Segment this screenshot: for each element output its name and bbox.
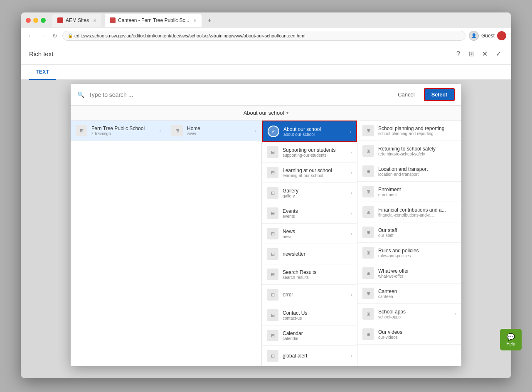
profile-icon[interactable]	[497, 31, 506, 40]
list-item[interactable]: ⊞ Events events ›	[262, 203, 357, 224]
item-icon: ⊞	[362, 247, 374, 259]
item-subtitle: z-trainingp	[91, 131, 155, 136]
item-title: Learning at our school	[283, 168, 347, 173]
list-item[interactable]: ⊞ Contact Us contact-us	[262, 305, 357, 325]
item-text: Location and transport location-and-tran…	[378, 166, 456, 177]
help-icon-button[interactable]: ?	[455, 49, 462, 59]
check-icon: ✓	[496, 50, 501, 57]
item-icon: ⊞	[267, 289, 278, 301]
list-item[interactable]: ⊞ Supporting our students supporting-our…	[262, 142, 357, 163]
tab-canteen[interactable]: Canteen - Fern Tree Public Sc... ✕	[105, 14, 202, 27]
guest-label: Guest	[481, 33, 495, 39]
minimize-traffic-light[interactable]	[33, 18, 38, 23]
new-tab-button[interactable]: +	[205, 17, 214, 24]
item-icon: ⊞	[267, 146, 278, 158]
item-icon: ⊞	[267, 207, 278, 219]
item-arrow-icon: ›	[351, 232, 352, 236]
list-item[interactable]: ⊞ Rules and policies rules-and-policies	[357, 243, 461, 263]
tab-text[interactable]: TEXT	[29, 65, 56, 80]
item-subtitle: school-planning-and-reporting	[378, 131, 456, 136]
list-item[interactable]: ⊞ error ›	[262, 285, 357, 305]
list-item[interactable]: ⊞ newsletter	[262, 244, 357, 264]
item-text: Events events	[283, 208, 347, 219]
right-panel: ⊞ School planning and reporting school-p…	[357, 121, 461, 366]
list-item[interactable]: ⊞ global-alert ›	[262, 346, 357, 366]
item-title: error	[283, 292, 347, 298]
item-text: Returning to school safely returning-to-…	[378, 146, 456, 156]
list-item[interactable]: ⊞ School apps school-apps ›	[357, 304, 461, 324]
list-item[interactable]: ⊞ Calendar calendar	[262, 325, 357, 346]
help-chat-icon: 💬	[507, 333, 515, 341]
breadcrumb-chevron-icon: ▾	[286, 111, 288, 115]
list-item[interactable]: ✓ About our school about-our-school ›	[262, 121, 357, 142]
item-text: Canteen canteen	[378, 288, 456, 299]
item-title: School apps	[378, 309, 451, 315]
url-bar[interactable]: 🔒 edit.sws.schools.nsw.gov.au/editor.htm…	[62, 31, 466, 41]
item-title: Our staff	[378, 227, 456, 233]
item-icon: ⊞	[267, 228, 278, 239]
close-traffic-light[interactable]	[26, 18, 31, 23]
columns-container: ⊞ Fern Tree Public School z-trainingp ›	[71, 121, 461, 366]
tab-canteen-close[interactable]: ✕	[193, 18, 197, 23]
list-item[interactable]: ⊞ Enrolment enrolment	[357, 182, 461, 202]
tab-aem-sites[interactable]: AEM Sites ✕	[52, 14, 101, 27]
list-item[interactable]: ⊞ Our staff our-staff	[357, 222, 461, 243]
item-arrow-icon: ›	[160, 128, 161, 133]
header-icons: ? ⊞ ✕ ✓	[455, 48, 503, 59]
item-text: error	[283, 292, 347, 298]
item-title: Enrolment	[378, 187, 456, 192]
list-item[interactable]: ⊞ Learning at our school learning-at-our…	[262, 163, 357, 183]
forward-button[interactable]: →	[38, 32, 47, 40]
list-item[interactable]: ⊞ Financial contributions and a... finan…	[357, 202, 461, 222]
breadcrumb-label: About our school	[244, 110, 284, 116]
item-subtitle: what-we-offer	[378, 274, 456, 279]
help-button[interactable]: 💬 Help	[500, 329, 522, 350]
image-icon-button[interactable]: ⊞	[467, 48, 475, 59]
reload-button[interactable]: ↻	[51, 32, 59, 40]
guest-area: 👤 Guest	[469, 31, 506, 41]
list-item[interactable]: ⊞ Gallery gallery ›	[262, 183, 357, 203]
item-title: Home	[187, 126, 251, 131]
item-subtitle: our-staff	[378, 233, 456, 238]
list-item[interactable]: ⊞ Canteen canteen	[357, 284, 461, 304]
check-header-button[interactable]: ✓	[494, 48, 503, 59]
item-title: Returning to school safely	[378, 146, 456, 152]
item-subtitle: about-our-school	[283, 132, 346, 137]
list-item[interactable]: ⊞ Home www ›	[166, 121, 261, 141]
item-icon: ⊞	[362, 145, 374, 157]
app-area: Rich text ? ⊞ ✕ ✓ TEXT	[21, 43, 511, 378]
item-subtitle: rules-and-policies	[378, 254, 456, 258]
item-text: What we offer what-we-offer	[378, 268, 456, 279]
item-icon: ⊞	[362, 288, 374, 299]
cancel-button[interactable]: Cancel	[393, 89, 419, 100]
list-item[interactable]: ⊞ News news ›	[262, 224, 357, 244]
item-arrow-icon: ›	[351, 211, 352, 216]
list-item[interactable]: ⊞ Fern Tree Public School z-trainingp ›	[71, 121, 166, 141]
tab-aem-close[interactable]: ✕	[93, 18, 96, 23]
item-subtitle: enrolment	[378, 192, 456, 197]
list-item[interactable]: ⊞ Search Results search-results	[262, 264, 357, 285]
search-input[interactable]	[89, 91, 389, 98]
item-subtitle: returning-to-school-safely	[378, 152, 456, 156]
rich-text-header: Rich text ? ⊞ ✕ ✓	[21, 43, 511, 65]
item-title: Canteen	[378, 288, 456, 294]
list-item[interactable]: ⊞ Our videos our-videos	[357, 324, 461, 345]
search-bar: 🔍 Cancel Select	[71, 84, 461, 106]
item-arrow-icon: ›	[351, 354, 352, 358]
item-subtitle: www	[187, 131, 251, 136]
list-item[interactable]: ⊞ What we offer what-we-offer	[357, 263, 461, 284]
list-item[interactable]: ⊞ Location and transport location-and-tr…	[357, 161, 461, 182]
select-button[interactable]: Select	[424, 88, 455, 101]
item-icon: ⊞	[362, 227, 374, 238]
lock-icon: 🔒	[68, 33, 73, 38]
item-subtitle: calendar	[283, 336, 352, 341]
maximize-traffic-light[interactable]	[41, 18, 46, 23]
back-button[interactable]: ←	[26, 32, 35, 40]
item-subtitle: news	[283, 234, 347, 239]
item-title: News	[283, 229, 347, 234]
list-item[interactable]: ⊞ School planning and reporting school-p…	[357, 121, 461, 141]
close-header-button[interactable]: ✕	[480, 48, 489, 59]
right-col-left: ⊞ School planning and reporting school-p…	[357, 121, 461, 366]
item-text: Enrolment enrolment	[378, 187, 456, 197]
list-item[interactable]: ⊞ Returning to school safely returning-t…	[357, 141, 461, 161]
